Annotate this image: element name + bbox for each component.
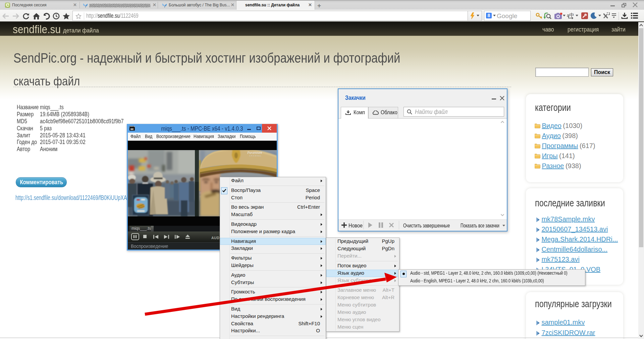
svg-text:Paramount: Paramount <box>247 150 262 154</box>
svg-text:CHANNEL: CHANNEL <box>249 155 262 157</box>
